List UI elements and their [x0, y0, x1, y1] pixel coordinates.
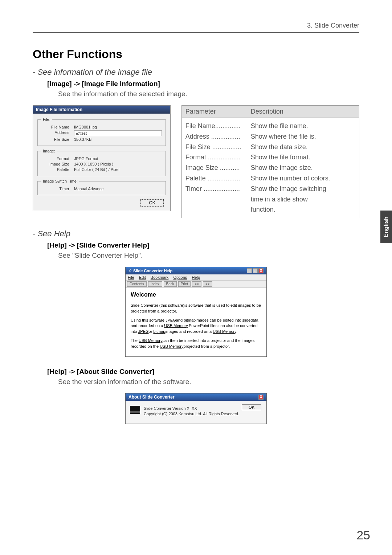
- section-subtitle-help: - See Help: [33, 229, 359, 238]
- table-row: File Name..............Show the file nam…: [185, 121, 355, 131]
- desc-about: See the version information of the softw…: [58, 378, 359, 386]
- label-address: Address:: [41, 130, 70, 136]
- help-window: ♢ Slide Converter Help - □ X File Edit B…: [125, 267, 267, 357]
- label-palette: Palette:: [41, 167, 70, 172]
- legend-file: File:: [41, 117, 52, 122]
- table-row: Address ................Show where the f…: [185, 131, 355, 142]
- value-address[interactable]: E:\test: [74, 130, 162, 136]
- language-tab: English: [380, 211, 392, 243]
- btn-back[interactable]: Back: [164, 281, 177, 287]
- menu-help[interactable]: Help: [192, 275, 200, 279]
- maximize-icon[interactable]: □: [253, 268, 258, 273]
- about-close-icon[interactable]: X: [258, 395, 264, 400]
- help-menubar[interactable]: File Edit Bookmark Options Help: [126, 274, 266, 281]
- dialog-title: Image File Information: [33, 106, 170, 114]
- menu-edit[interactable]: Edit: [139, 275, 146, 279]
- minimize-icon[interactable]: -: [247, 268, 252, 273]
- value-imagesize: 1400 X 1050 ( Pixels ): [74, 162, 162, 166]
- value-palette: Full Color ( 24 Bit ) / Pixel: [74, 167, 162, 172]
- btn-next[interactable]: >>: [203, 281, 212, 287]
- about-ok-button[interactable]: OK: [242, 404, 261, 410]
- about-version-text: Slide Converter Version X. XX: [144, 406, 239, 411]
- menu-bookmark[interactable]: Bookmark: [151, 275, 169, 279]
- help-paragraph-1: Slide Converter (this software)is softwa…: [131, 303, 261, 314]
- section-subtitle-imageinfo: - See information of the image file: [33, 68, 359, 77]
- close-icon[interactable]: X: [258, 268, 264, 273]
- label-filesize: File Size:: [41, 137, 70, 142]
- table-row: Format ..................Show the file f…: [185, 152, 355, 163]
- label-filename: File Name:: [41, 125, 70, 129]
- help-welcome-heading: Welcome: [131, 291, 261, 299]
- help-window-title: ♢ Slide Converter Help: [128, 269, 172, 273]
- timer-continuation-1: time in a slide show: [251, 194, 355, 205]
- menupath-imageinfo: [Image] -> [Image File Information]: [47, 80, 359, 88]
- desc-imageinfo: See the information of the selected imag…: [58, 90, 359, 98]
- help-toolbar: Contents Index Back Print << >>: [126, 281, 266, 288]
- label-imagesize: Image Size:: [41, 162, 70, 166]
- menupath-about: [Help] -> [About Slide Converter]: [47, 368, 359, 376]
- image-file-info-dialog: Image File Information File: File Name:I…: [33, 105, 171, 211]
- timer-continuation-2: function.: [251, 204, 355, 215]
- value-timer: Manual Advance: [74, 187, 162, 191]
- about-window: About Slide Converter X Slide Converter …: [125, 393, 267, 424]
- help-paragraph-2: Using this software,JPEGand bitmapimages…: [131, 318, 261, 334]
- desc-help: See "Slide Converter Help".: [58, 252, 359, 260]
- parameter-table: Parameter Description File Name.........…: [181, 105, 359, 218]
- menu-file[interactable]: File: [128, 275, 134, 279]
- legend-image: Image:: [41, 149, 57, 153]
- menu-options[interactable]: Options: [173, 275, 187, 279]
- fieldset-file: File: File Name:IMG0001.jpg Address:E:\t…: [37, 117, 166, 146]
- col-parameter: Parameter: [185, 108, 251, 115]
- value-filesize: 150.37KB: [74, 137, 162, 142]
- chapter-header: 3. Slide Converter: [33, 22, 359, 33]
- about-copyright-text: Copyright (C) 2003 Komatsu Ltd. All Righ…: [144, 411, 239, 417]
- fieldset-image: Image: Format:JPEG Format Image Size:140…: [37, 149, 166, 176]
- page-title: Other Functions: [33, 48, 359, 61]
- help-paragraph-3: The USB Memorycan then be inserted into …: [131, 338, 261, 349]
- col-description: Description: [251, 108, 283, 115]
- btn-print[interactable]: Print: [178, 281, 191, 287]
- about-window-title: About Slide Converter: [128, 395, 175, 400]
- app-icon: [130, 406, 140, 414]
- value-format: JPEG Format: [74, 156, 162, 161]
- btn-prev[interactable]: <<: [192, 281, 201, 287]
- ok-button[interactable]: OK: [140, 199, 163, 207]
- table-row: Timer ....................Show the image…: [185, 184, 355, 194]
- table-row: File Size ................Show the data …: [185, 142, 355, 152]
- btn-index[interactable]: Index: [148, 281, 162, 287]
- legend-timer: Image Switch Time:: [41, 179, 79, 183]
- fieldset-timer: Image Switch Time: Timer:Manual Advance: [37, 179, 166, 195]
- value-filename: IMG0001.jpg: [74, 125, 162, 129]
- page-number: 25: [356, 528, 370, 542]
- btn-contents[interactable]: Contents: [127, 281, 147, 287]
- table-row: Image Size ...........Show the image siz…: [185, 163, 355, 173]
- table-row: Palette ..................Show the numbe…: [185, 173, 355, 184]
- label-format: Format:: [41, 156, 70, 161]
- label-timer: Timer:: [41, 187, 70, 191]
- menupath-help: [Help] -> [Slide Converter Help]: [47, 241, 359, 249]
